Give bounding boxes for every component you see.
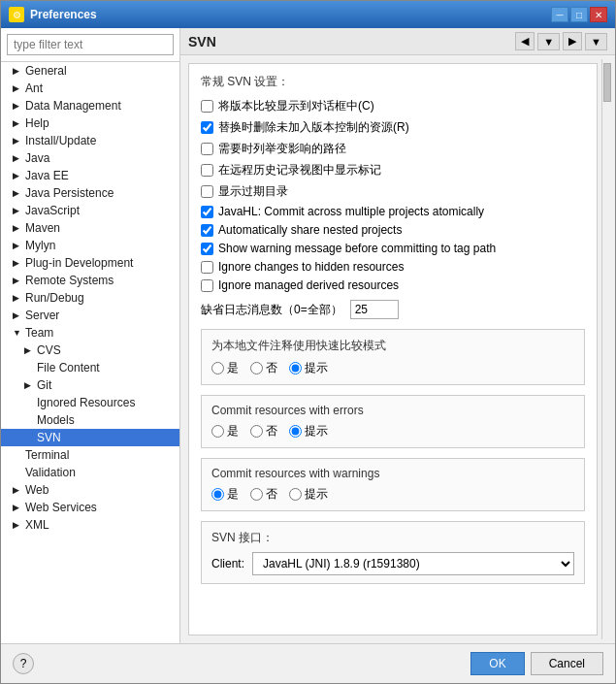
main-content: 常规 SVN 设置： 将版本比较显示到对话框中(C)替换时删除未加入版本控制的资…	[188, 63, 598, 635]
show-warning-checkbox[interactable]	[201, 243, 213, 255]
sidebar-item-general[interactable]: ▶General	[1, 62, 179, 80]
warnings-prompt-label: 提示	[305, 486, 328, 503]
warnings-no-label: 否	[266, 486, 277, 503]
sidebar-item-mylyn[interactable]: ▶Mylyn	[1, 237, 179, 254]
sidebar-item-label: Mylyn	[25, 239, 55, 252]
sidebar-item-maven[interactable]: ▶Maven	[1, 219, 179, 237]
warnings-yes-radio[interactable]	[211, 488, 224, 501]
sidebar-item-cvs[interactable]: ▶CVS	[1, 342, 179, 359]
compare-mode-section: 为本地文件注释使用快速比较模式 是 否	[201, 329, 585, 385]
sidebar-item-models[interactable]: Models	[1, 411, 179, 429]
list-affected-checkbox[interactable]	[201, 143, 213, 155]
sidebar-item-label: File Content	[37, 361, 100, 375]
tree-arrow-icon: ▶	[13, 241, 22, 250]
commit-errors-title: Commit resources with errors	[211, 404, 574, 417]
errors-prompt-radio[interactable]	[289, 425, 302, 438]
compare-prompt-radio[interactable]	[289, 362, 302, 375]
nav-menu-button[interactable]: ▼	[585, 33, 607, 50]
sidebar-item-install-update[interactable]: ▶Install/Update	[1, 132, 179, 149]
checkbox-row-ignore-managed: Ignore managed derived resources	[201, 278, 585, 292]
maximize-button[interactable]: □	[570, 7, 588, 22]
scrollbar-thumb	[603, 63, 611, 102]
warnings-yes-label: 是	[227, 486, 239, 503]
client-row: Client: JavaHL (JNI) 1.8.9 (r1591380)	[211, 552, 574, 575]
commit-atomic-checkbox[interactable]	[201, 206, 213, 218]
warnings-prompt-radio[interactable]	[289, 488, 302, 501]
sidebar-item-xml[interactable]: ▶XML	[1, 516, 179, 534]
nav-forward-button[interactable]: ▶	[563, 32, 582, 50]
preferences-window: ⚙ Preferences ─ □ ✕ ▶General▶Ant▶Data Ma…	[0, 0, 616, 684]
commit-errors-section: Commit resources with errors 是 否	[201, 395, 585, 448]
sidebar-item-git[interactable]: ▶Git	[1, 376, 179, 394]
show-in-history-checkbox[interactable]	[201, 164, 213, 177]
compare-prompt-option: 提示	[289, 360, 328, 376]
sidebar-item-java-persistence[interactable]: ▶Java Persistence	[1, 184, 179, 202]
show-compare-checkbox[interactable]	[201, 100, 213, 113]
footer: ? OK Cancel	[1, 643, 615, 683]
tree-area: ▶General▶Ant▶Data Management▶Help▶Instal…	[1, 62, 179, 643]
ok-button[interactable]: OK	[470, 652, 524, 675]
sidebar-item-ant[interactable]: ▶Ant	[1, 80, 179, 97]
tree-arrow-icon: ▶	[13, 293, 22, 303]
sidebar-item-label: Git	[37, 378, 51, 392]
sidebar: ▶General▶Ant▶Data Management▶Help▶Instal…	[1, 28, 180, 643]
warnings-no-radio[interactable]	[250, 488, 263, 501]
sidebar-item-label: Run/Debug	[25, 291, 84, 305]
sidebar-item-web-services[interactable]: ▶Web Services	[1, 499, 179, 516]
sidebar-item-java-ee[interactable]: ▶Java EE	[1, 167, 179, 184]
close-button[interactable]: ✕	[590, 7, 607, 22]
log-count-label: 缺省日志消息数（0=全部）	[201, 302, 342, 318]
sidebar-item-java[interactable]: ▶Java	[1, 149, 179, 167]
sidebar-item-label: Java EE	[25, 169, 69, 182]
nav-back-button[interactable]: ◀	[515, 32, 535, 50]
main-header: SVN ◀ ▼ ▶ ▼	[180, 28, 615, 55]
replace-unversioned-checkbox[interactable]	[201, 121, 213, 134]
ignore-hidden-checkbox[interactable]	[201, 261, 213, 274]
tree-arrow-icon: ▶	[13, 83, 22, 93]
ignore-managed-checkbox[interactable]	[201, 279, 213, 292]
show-warning-label: Show warning message before committing t…	[218, 242, 496, 255]
sidebar-item-validation[interactable]: Validation	[1, 464, 179, 481]
errors-no-radio[interactable]	[250, 425, 263, 438]
auto-share-checkbox[interactable]	[201, 224, 213, 237]
checkbox-row-show-warning: Show warning message before committing t…	[201, 242, 585, 255]
sidebar-item-label: Server	[25, 309, 59, 322]
show-date-checkbox[interactable]	[201, 185, 213, 198]
sidebar-item-terminal[interactable]: Terminal	[1, 446, 179, 464]
tree-arrow-icon: ▶	[13, 188, 22, 198]
help-button[interactable]: ?	[13, 653, 34, 674]
sidebar-item-server[interactable]: ▶Server	[1, 307, 179, 324]
sidebar-item-help[interactable]: ▶Help	[1, 114, 179, 132]
sidebar-item-remote-systems[interactable]: ▶Remote Systems	[1, 272, 179, 289]
filter-wrap	[1, 28, 179, 62]
sidebar-item-data-management[interactable]: ▶Data Management	[1, 97, 179, 114]
sidebar-item-ignored-resources[interactable]: Ignored Resources	[1, 394, 179, 411]
compare-no-radio[interactable]	[250, 362, 263, 375]
tree-arrow-icon: ▶	[13, 310, 22, 320]
tree-arrow-icon: ▶	[13, 520, 22, 530]
checkbox-row-replace-unversioned: 替换时删除未加入版本控制的资源(R)	[201, 119, 585, 136]
minimize-button[interactable]: ─	[551, 7, 568, 22]
tree-arrow-icon: ▶	[13, 258, 22, 268]
sidebar-item-run-debug[interactable]: ▶Run/Debug	[1, 289, 179, 307]
footer-buttons: OK Cancel	[470, 652, 603, 675]
nav-dropdown-button[interactable]: ▼	[537, 33, 560, 50]
sidebar-item-svn[interactable]: SVN	[1, 429, 179, 446]
tree-arrow-icon: ▶	[13, 206, 22, 215]
log-count-input[interactable]	[350, 300, 399, 319]
commit-errors-radios: 是 否 提示	[211, 423, 574, 440]
sidebar-item-plugin-development[interactable]: ▶Plug-in Development	[1, 254, 179, 272]
cancel-button[interactable]: Cancel	[531, 652, 603, 675]
filter-input[interactable]	[7, 34, 174, 55]
log-count-row: 缺省日志消息数（0=全部）	[201, 300, 585, 319]
errors-yes-radio[interactable]	[211, 425, 224, 438]
errors-prompt-option: 提示	[289, 423, 328, 440]
window-controls: ─ □ ✕	[551, 7, 607, 22]
client-select[interactable]: JavaHL (JNI) 1.8.9 (r1591380)	[252, 552, 574, 575]
compare-yes-radio[interactable]	[211, 362, 224, 375]
scrollbar[interactable]	[601, 59, 611, 639]
sidebar-item-web[interactable]: ▶Web	[1, 481, 179, 499]
sidebar-item-file-content[interactable]: File Content	[1, 359, 179, 376]
sidebar-item-javascript[interactable]: ▶JavaScript	[1, 202, 179, 219]
sidebar-item-team[interactable]: ▼Team	[1, 324, 179, 342]
